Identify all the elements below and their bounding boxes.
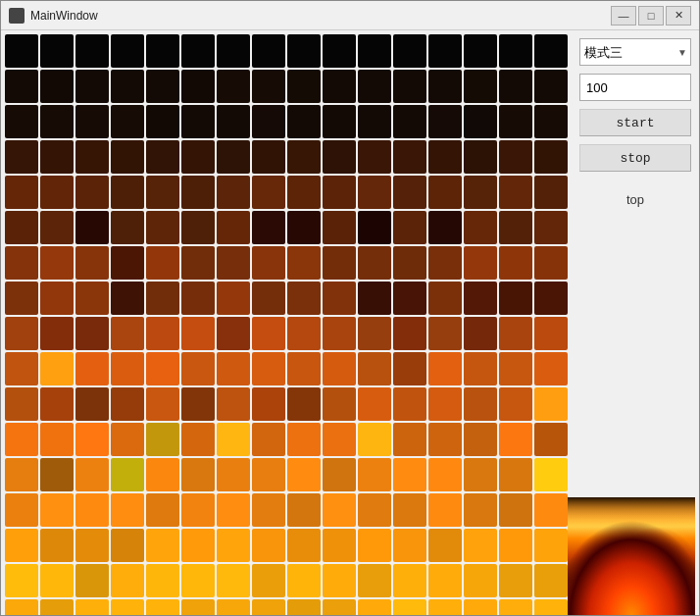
grid-cell [323,423,356,456]
grid-cell [181,387,215,421]
grid-cell [146,140,179,174]
grid-cell [75,246,109,280]
grid-cell [393,140,426,174]
grid-cell [499,564,532,597]
grid-cell [428,599,462,615]
grid-cell [146,423,179,456]
grid-cell [111,387,144,421]
grid-cell [534,458,568,491]
grid-cell [428,317,462,350]
grid-cell [111,105,144,138]
grid-cell [358,140,391,174]
grid-cell [393,458,426,491]
grid-cell [464,564,497,597]
grid-cell [75,458,109,491]
grid-cell [358,246,391,280]
grid-cell [393,317,426,350]
grid-cell [464,529,497,562]
grid-cell [287,282,321,315]
grid-cell [287,211,321,244]
grid-cell [75,387,109,421]
grid-cell [252,564,285,597]
number-input[interactable] [579,74,691,101]
grid-cell [393,529,426,562]
grid-cell [358,599,391,615]
stop-button[interactable]: stop [579,144,691,172]
grid-cell [217,70,250,103]
grid-cell [5,317,38,350]
grid-cell [499,246,532,280]
grid-cell [428,176,462,209]
maximize-button[interactable]: □ [638,6,664,26]
grid-cell [464,352,497,385]
grid-cell [287,529,321,562]
grid-cell [181,70,215,103]
grid-cell [111,140,144,174]
grid-cell [323,493,356,527]
app-icon [9,8,25,24]
grid-cell [5,34,38,68]
grid-cell [146,317,179,350]
grid-cell [111,34,144,68]
grid-cell [323,105,356,138]
grid-cell [464,387,497,421]
grid-cell [393,599,426,615]
grid-cell [323,211,356,244]
grid-cell [534,317,568,350]
grid-cell [252,282,285,315]
grid-cell [393,34,426,68]
mode-select[interactable]: 模式一 模式二 模式三 模式四 [579,38,691,66]
grid-cell [5,70,38,103]
grid-cell [287,352,321,385]
grid-cell [323,352,356,385]
grid-cell [217,176,250,209]
grid-cell [146,282,179,315]
grid-cell [75,529,109,562]
grid-cell [217,599,250,615]
grid-cell [181,352,215,385]
grid-cell [287,70,321,103]
grid-cell [287,564,321,597]
grid-cell [464,34,497,68]
grid-cell [323,176,356,209]
grid-cell [323,529,356,562]
grid-cell [5,211,38,244]
grid-cell [358,34,391,68]
grid-cell [464,105,497,138]
grid-cell [217,211,250,244]
minimize-button[interactable]: — [611,6,636,26]
grid-cell [5,493,38,527]
main-content: 模式一 模式二 模式三 模式四 ▼ start stop top [1,30,699,615]
flame-preview [568,497,695,615]
grid-cell [464,140,497,174]
grid-cell [75,493,109,527]
grid-cell [146,70,179,103]
grid-cell [40,493,74,527]
grid-cell [217,387,250,421]
grid-cell [75,211,109,244]
grid-cell [499,423,532,456]
grid-cell [111,352,144,385]
color-grid [5,34,568,615]
grid-cell [40,387,74,421]
close-button[interactable]: ✕ [666,6,691,26]
grid-cell [534,70,568,103]
grid-cell [464,423,497,456]
grid-cell [40,458,74,491]
grid-cell [217,34,250,68]
grid-cell [181,140,215,174]
grid-cell [499,599,532,615]
grid-cell [111,423,144,456]
grid-cell [287,317,321,350]
grid-cell [40,564,74,597]
grid-cell [499,493,532,527]
grid-cell [40,352,74,385]
grid-cell [464,70,497,103]
grid-cell [146,176,179,209]
grid-cell [40,140,74,174]
grid-cell [111,246,144,280]
start-button[interactable]: start [579,109,691,136]
grid-cell [428,423,462,456]
grid-cell [146,529,179,562]
grid-cell [464,246,497,280]
